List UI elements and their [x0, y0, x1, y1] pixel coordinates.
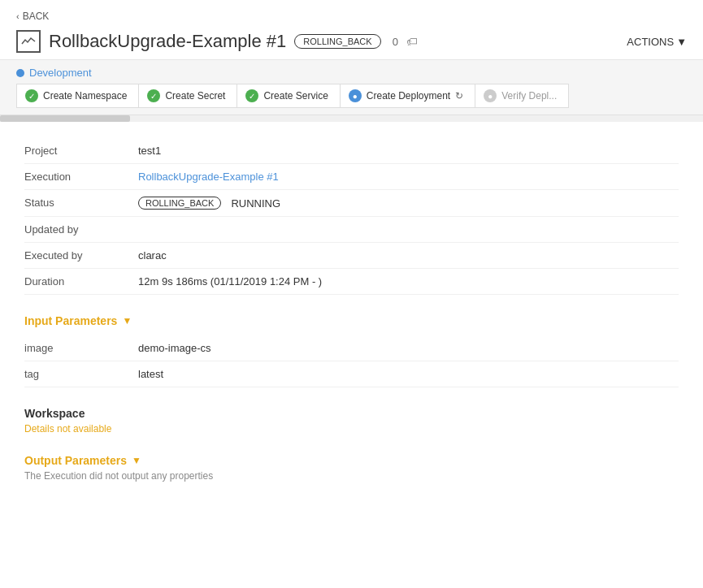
workspace-title: Workspace: [24, 407, 679, 420]
pipeline-bar: Development ✓ Create Namespace ✓ Create …: [0, 60, 703, 115]
param-tag-value: latest: [138, 368, 163, 380]
env-name: Development: [29, 67, 92, 79]
param-image-row: image demo-image-cs: [24, 335, 679, 361]
step-label: Create Service: [263, 90, 328, 102]
output-params-description: The Execution did not output any propert…: [24, 470, 679, 482]
executed-by-row: Executed by clarac: [24, 243, 679, 269]
step-success-icon: ✓: [25, 89, 38, 102]
duration-value: 12m 9s 186ms (01/11/2019 1:24 PM - ): [138, 275, 322, 288]
step-label: Create Deployment: [367, 90, 450, 102]
project-value: test1: [138, 145, 161, 157]
param-tag-row: tag latest: [24, 361, 679, 387]
back-chevron-icon: ‹: [16, 11, 20, 21]
output-params-title[interactable]: Output Parameters ▼: [24, 454, 679, 467]
executed-by-label: Executed by: [24, 249, 138, 262]
param-image-label: image: [24, 342, 138, 354]
input-params-title[interactable]: Input Parameters ▼: [24, 314, 679, 327]
refresh-icon: ↻: [455, 90, 463, 102]
title-row: RollbackUpgrade-Example #1 ROLLING_BACK …: [16, 30, 687, 53]
step-create-secret[interactable]: ✓ Create Secret: [138, 84, 237, 108]
duration-label: Duration: [24, 275, 138, 288]
status-inline-badge: ROLLING_BACK: [138, 197, 221, 210]
input-params-label: Input Parameters: [24, 314, 117, 327]
execution-icon: [16, 30, 41, 53]
environment-label: Development: [16, 67, 687, 79]
scrollbar-thumb: [0, 115, 130, 122]
output-params-label: Output Parameters: [24, 454, 127, 467]
step-label: Verify Depl...: [501, 90, 557, 102]
param-image-value: demo-image-cs: [138, 342, 211, 354]
updated-by-row: Updated by: [24, 217, 679, 243]
input-params-chevron-icon: ▼: [122, 315, 132, 326]
status-badge: ROLLING_BACK: [294, 34, 380, 49]
badge-count: 0: [393, 36, 398, 48]
back-label: BACK: [23, 11, 50, 22]
step-active-icon: ●: [349, 89, 362, 102]
project-row: Project test1: [24, 138, 679, 164]
output-params-section: Output Parameters ▼ The Execution did no…: [24, 454, 679, 482]
input-params-table: image demo-image-cs tag latest: [24, 335, 679, 387]
actions-button[interactable]: ACTIONS ▼: [627, 36, 687, 48]
actions-chevron-icon: ▼: [676, 36, 687, 48]
horizontal-scrollbar[interactable]: [0, 115, 703, 122]
workspace-section: Workspace Details not available: [24, 407, 679, 435]
execution-label: Execution: [24, 171, 138, 183]
back-button[interactable]: ‹ BACK: [16, 11, 49, 22]
executed-by-value: clarac: [138, 249, 167, 262]
step-pending-icon: ●: [484, 89, 497, 102]
pipeline-steps: ✓ Create Namespace ✓ Create Secret ✓ Cre…: [16, 84, 687, 108]
env-dot-icon: [16, 69, 24, 77]
step-success-icon: ✓: [245, 89, 258, 102]
step-create-deployment[interactable]: ● Create Deployment ↻: [340, 84, 475, 108]
details-table: Project test1 Execution RollbackUpgrade-…: [24, 138, 679, 295]
execution-value[interactable]: RollbackUpgrade-Example #1: [138, 171, 279, 183]
param-tag-label: tag: [24, 368, 138, 380]
updated-by-label: Updated by: [24, 223, 138, 236]
step-create-service[interactable]: ✓ Create Service: [237, 84, 339, 108]
output-params-chevron-icon: ▼: [132, 455, 141, 466]
execution-row: Execution RollbackUpgrade-Example #1: [24, 164, 679, 190]
step-label: Create Namespace: [43, 90, 127, 102]
status-row: Status ROLLING_BACK RUNNING: [24, 190, 679, 217]
workspace-description: Details not available: [24, 423, 679, 435]
project-label: Project: [24, 145, 138, 157]
status-label: Status: [24, 197, 138, 209]
input-params-section: Input Parameters ▼ image demo-image-cs t…: [24, 314, 679, 387]
tag-icon: 🏷: [406, 35, 418, 48]
step-verify-deployment[interactable]: ● Verify Depl...: [475, 84, 569, 108]
step-success-icon: ✓: [147, 89, 160, 102]
duration-row: Duration 12m 9s 186ms (01/11/2019 1:24 P…: [24, 269, 679, 295]
running-status: RUNNING: [231, 197, 280, 210]
step-create-namespace[interactable]: ✓ Create Namespace: [16, 84, 138, 108]
step-label: Create Secret: [165, 90, 225, 102]
main-content: Project test1 Execution RollbackUpgrade-…: [0, 122, 703, 517]
page-title: RollbackUpgrade-Example #1: [49, 31, 286, 52]
header: ‹ BACK RollbackUpgrade-Example #1 ROLLIN…: [0, 0, 703, 60]
actions-label: ACTIONS: [627, 36, 674, 48]
